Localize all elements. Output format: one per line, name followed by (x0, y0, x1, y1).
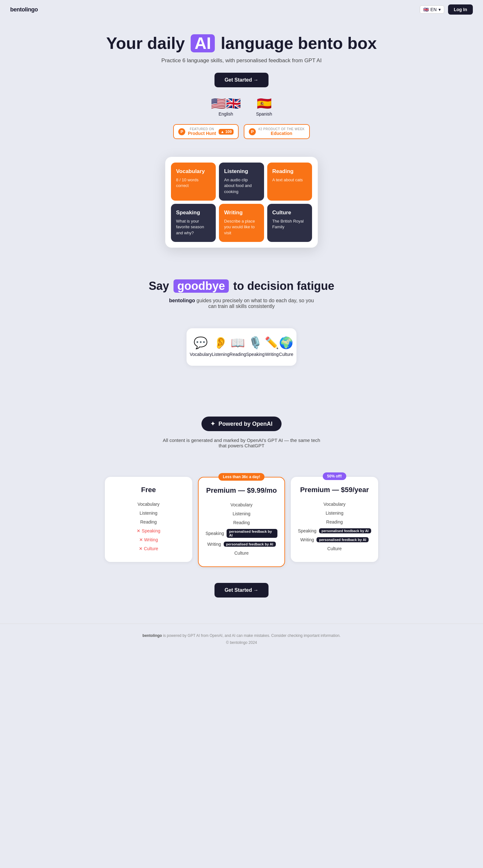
ph-featured-text: FEATURED ON Product Hunt (188, 127, 216, 136)
skill-writing: ✏️ Writing (265, 337, 279, 357)
ph-vote-count: ▲ 109 (219, 129, 233, 134)
pricing-premium-yearly: 50% off! Premium — $59/year Vocabulary L… (291, 477, 378, 562)
writing-title: Writing (224, 210, 259, 216)
language-selector[interactable]: 🇬🇧 EN ▾ (420, 5, 444, 14)
hero-subtitle: Practice 6 language skills, with persona… (6, 58, 477, 64)
spanish-flag-icon: 🇪🇸 (257, 97, 272, 110)
goodbye-sub-text: guides you precisely on what to do each … (195, 298, 314, 309)
listening-skill-label: Listening (211, 352, 229, 357)
py-writing-label: Writing (300, 537, 314, 542)
ph-education-text: #2 PRODUCT OF THE WEEK Education (258, 127, 305, 136)
bento-culture[interactable]: Culture The British Royal Family (267, 204, 312, 242)
py-speaking-label: Speaking (298, 528, 316, 533)
flag-english[interactable]: 🇺🇸🇬🇧 English (211, 97, 241, 117)
writing-skill-label: Writing (265, 352, 279, 357)
pm-vocabulary: Vocabulary (206, 500, 278, 509)
skill-culture: 🌍 Culture (279, 337, 293, 357)
premium-monthly-badge: Less than 36c a day! (218, 473, 264, 481)
skill-reading: 📖 Reading (229, 337, 246, 357)
speaking-desc: What is your favorite season and why? (176, 218, 211, 236)
reading-desc: A text about cats (272, 177, 307, 183)
bento-speaking[interactable]: Speaking What is your favorite season an… (171, 204, 216, 242)
english-flag-icon: 🇺🇸🇬🇧 (211, 97, 241, 110)
bento-box: Vocabulary 8 / 10 words correct Listenin… (165, 157, 318, 248)
pm-speaking: Speaking personalised feedback by AI (206, 527, 278, 540)
pricing-free: Free Vocabulary Listening Reading ✕ Spea… (105, 477, 192, 562)
py-reading: Reading (298, 518, 371, 526)
culture-desc: The British Royal Family (272, 218, 307, 230)
bottom-cta-button[interactable]: Get Started → (215, 583, 269, 597)
py-writing-ai-tag: personalised feedback by AI (316, 537, 369, 542)
headline-pre: Your daily (106, 34, 185, 52)
vocabulary-title: Vocabulary (176, 168, 211, 175)
nav-right: 🇬🇧 EN ▾ Log In (420, 4, 473, 14)
free-writing: ✕ Writing (112, 535, 185, 544)
openai-section: ✦ Powered by OpenAI All content is gener… (0, 404, 483, 461)
skills-wrapper: 💬 Vocabulary 👂 Listening 📖 Reading 🎙️ Sp… (0, 328, 483, 404)
hero-headline: Your daily AI language bento box (6, 34, 477, 52)
openai-badge-text: Powered by OpenAI (218, 421, 272, 427)
headline-post: language bento box (221, 34, 377, 52)
goodbye-subtitle: bentolingo guides you precisely on what … (165, 298, 318, 309)
login-button[interactable]: Log In (448, 4, 473, 14)
pm-speaking-label: Speaking (206, 531, 224, 536)
openai-badge: ✦ Powered by OpenAI (201, 416, 281, 431)
bento-writing[interactable]: Writing Describe a place you would like … (219, 204, 264, 242)
speaking-icon: 🎙️ (248, 337, 262, 349)
english-label: English (219, 112, 233, 117)
py-speaking: Speaking personalised feedback by AI (298, 526, 371, 535)
pm-listening: Listening (206, 509, 278, 518)
py-vocabulary: Vocabulary (298, 500, 371, 508)
ph-badge-education[interactable]: P #2 PRODUCT OF THE WEEK Education (244, 124, 310, 139)
vocabulary-desc: 8 / 10 words correct (176, 177, 211, 189)
pm-speaking-ai-tag: personalised feedback by AI (227, 529, 277, 538)
pm-writing-label: Writing (207, 541, 221, 547)
ph-logo-icon-2: P (249, 128, 256, 135)
hero-section: Your daily AI language bento box Practic… (0, 19, 483, 157)
vocabulary-icon: 💬 (194, 337, 208, 349)
chevron-down-icon: ▾ (438, 7, 441, 12)
close-icon-writing: ✕ (139, 537, 143, 542)
flag-spanish[interactable]: 🇪🇸 Spanish (256, 97, 272, 117)
product-hunt-badges: P FEATURED ON Product Hunt ▲ 109 P #2 PR… (6, 124, 477, 139)
hero-cta-button[interactable]: Get Started → (215, 73, 269, 87)
footer: bentolingo is powered by GPT AI from Ope… (0, 623, 483, 651)
culture-icon: 🌍 (279, 337, 293, 349)
writing-icon: ✏️ (265, 337, 279, 349)
pm-writing: Writing personalised feedback by AI (206, 540, 278, 549)
listening-icon: 👂 (214, 337, 228, 349)
logo: bentolingo (10, 6, 38, 13)
bento-grid: Vocabulary 8 / 10 words correct Listenin… (171, 162, 312, 242)
spanish-label: Spanish (256, 112, 272, 117)
py-speaking-ai-tag: personalised feedback by AI (319, 528, 371, 533)
flags-row: 🇺🇸🇬🇧 English 🇪🇸 Spanish (6, 97, 477, 117)
bento-listening[interactable]: Listening An audio clip about food and c… (219, 162, 264, 200)
free-culture: ✕ Culture (112, 544, 185, 553)
speaking-title: Speaking (176, 210, 211, 216)
bento-vocabulary[interactable]: Vocabulary 8 / 10 words correct (171, 162, 216, 200)
goodbye-highlight: goodbye (173, 279, 229, 293)
reading-icon: 📖 (231, 337, 245, 349)
skill-vocabulary: 💬 Vocabulary (190, 337, 211, 357)
free-speaking: ✕ Speaking (112, 526, 185, 535)
close-icon-culture: ✕ (139, 546, 143, 551)
openai-subtitle: All content is generated and marked by O… (162, 437, 321, 448)
culture-skill-label: Culture (279, 352, 293, 357)
ai-badge: AI (191, 34, 215, 52)
reading-title: Reading (272, 168, 307, 175)
reading-skill-label: Reading (229, 352, 246, 357)
openai-icon: ✦ (210, 420, 215, 427)
py-listening: Listening (298, 508, 371, 518)
listening-title: Listening (224, 168, 259, 175)
pm-reading: Reading (206, 518, 278, 527)
goodbye-post: to decision fatigue (233, 279, 334, 292)
bento-reading[interactable]: Reading A text about cats (267, 162, 312, 200)
pm-culture: Culture (206, 549, 278, 558)
lang-code: EN (431, 7, 436, 12)
footer-brand: bentolingo (142, 633, 162, 638)
ph-badge-featured[interactable]: P FEATURED ON Product Hunt ▲ 109 (173, 124, 239, 139)
ph-logo-icon: P (178, 128, 185, 135)
footer-copyright: © bentolingo 2024 (6, 640, 477, 645)
free-reading: Reading (112, 518, 185, 526)
footer-disclaimer: bentolingo is powered by GPT AI from Ope… (6, 633, 477, 638)
